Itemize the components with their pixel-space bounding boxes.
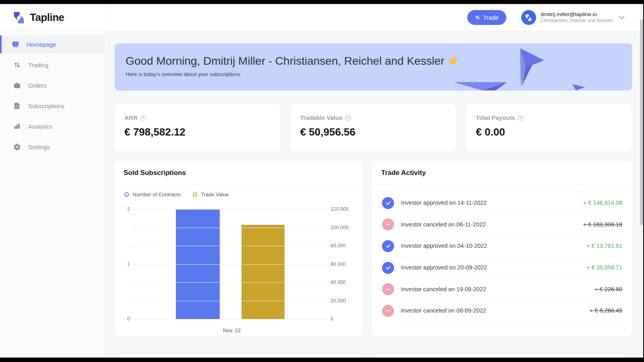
stat-value: € 0.00 <box>476 126 622 138</box>
help-icon[interactable]: ? <box>345 115 351 121</box>
divider <box>115 185 363 185</box>
sidebar: Homepage Trading Orders <box>0 31 105 358</box>
sidebar-item-subscriptions[interactable]: Subscriptions <box>0 97 104 115</box>
status-approved-icon <box>382 197 394 209</box>
logo-text: Tapline <box>30 11 64 24</box>
next-cards-row <box>115 355 632 358</box>
sidebar-item-label: Subscriptions <box>28 103 64 109</box>
help-icon[interactable]: ? <box>518 115 524 121</box>
logo: Tapline <box>0 4 105 31</box>
chart-title: Sold Subscriptions <box>124 169 186 177</box>
help-icon[interactable]: ? <box>140 115 146 121</box>
greeting-title: Good Morning, Dmitrij Miller - Christian… <box>126 55 632 68</box>
partial-card <box>115 355 363 358</box>
document-icon <box>13 102 21 110</box>
scrollbar-thumb[interactable] <box>640 19 643 225</box>
up-down-arrows-icon <box>13 61 21 69</box>
activity-amount: + € 148,614.08 <box>583 200 622 206</box>
stat-value: € 798,582.12 <box>124 126 271 138</box>
divider <box>372 185 632 185</box>
activity-title: Trade Activity <box>381 169 426 177</box>
legend-item-contracts[interactable]: Number of Contracts <box>124 191 181 197</box>
status-approved-icon <box>382 240 394 252</box>
top-bar: Tapline Trade dmitrij.miller@tapline.io … <box>0 4 643 31</box>
partial-card <box>372 355 632 358</box>
activity-row: Investor approved on 20-09-2022 + € 35,0… <box>382 257 622 279</box>
stat-card-arr: ARR ? € 798,582.12 <box>115 103 281 152</box>
legend-label: Number of Contracts <box>132 191 181 197</box>
sidebar-item-label: Trading <box>28 62 48 68</box>
sidebar-item-label: Orders <box>28 82 47 89</box>
trade-button[interactable]: Trade <box>467 10 506 25</box>
bar-chart-icon <box>13 122 21 130</box>
x-axis-label: Nov. 22 <box>135 327 329 333</box>
activity-label: Investor approved on 04-10-2022 <box>401 243 487 249</box>
gear-icon <box>13 143 21 151</box>
sidebar-item-homepage[interactable]: Homepage <box>0 35 104 53</box>
main-content: Good Morning, Dmitrij Miller - Christian… <box>105 31 640 358</box>
app-frame: Tapline Trade dmitrij.miller@tapline.io … <box>0 4 643 358</box>
activity-amount: + € 13,761.61 <box>586 243 622 249</box>
activity-label: Investor canceled on 08-09-2022 <box>401 307 486 314</box>
stat-label: ARR <box>124 114 138 121</box>
tapline-logo-icon <box>12 11 26 25</box>
stat-card-tradable-value: Tradable Value ? € 50,956.56 <box>291 103 456 152</box>
banner-subtitle: Here is today's overview about your subs… <box>126 71 632 77</box>
activity-row: Investor approved on 04-10-2022 + € 13,7… <box>382 235 622 257</box>
scrollbar-track <box>640 4 643 358</box>
plot-wrapper: Nov. 22 120.000100.00080.00060.00040.000… <box>123 206 355 331</box>
activity-row: Investor canceled on 08-09-2022 + € 8,26… <box>382 300 622 322</box>
sidebar-item-settings[interactable]: Settings <box>0 138 104 156</box>
activity-row: Investor approved on 14-11-2022 + € 148,… <box>382 192 622 214</box>
user-menu[interactable]: dmitrij.miller@tapline.io Christiansen, … <box>541 11 613 24</box>
trade-arrows-icon <box>475 15 480 20</box>
greeting-text: Good Morning, Dmitrij Miller - Christian… <box>126 55 444 68</box>
activity-label: Investor approved on 20-09-2022 <box>401 264 487 271</box>
avatar[interactable] <box>521 10 536 25</box>
chart-legend: Number of Contracts Trade Value <box>124 191 229 197</box>
activity-label: Investor canceled on 06-11-2022 <box>401 221 486 228</box>
stat-value: € 50,956.56 <box>300 126 447 138</box>
status-canceled-icon <box>382 305 394 317</box>
user-email: dmitrij.miller@tapline.io <box>541 11 613 18</box>
activity-row: Investor canceled on 19-09-2022 + € 226.… <box>382 278 622 300</box>
sidebar-item-trading[interactable]: Trading <box>0 56 104 74</box>
trade-button-label: Trade <box>483 14 499 21</box>
stat-card-total-payouts: Total Payouts ? € 0.00 <box>466 103 632 152</box>
sidebar-item-analytics[interactable]: Analytics <box>0 117 104 135</box>
sidebar-item-orders[interactable]: Orders <box>0 76 104 94</box>
user-company: Christiansen, Reichel and Kessler <box>541 18 613 24</box>
sidebar-item-label: Analytics <box>28 123 52 130</box>
header-divider <box>514 12 514 23</box>
presentation-board-icon <box>11 40 19 48</box>
header-actions: Trade dmitrij.miller@tapline.io Christia… <box>467 10 643 25</box>
legend-swatch-gold <box>193 192 197 197</box>
status-canceled-icon <box>382 283 394 295</box>
sidebar-item-label: Homepage <box>27 41 56 48</box>
legend-label: Trade Value <box>201 191 229 197</box>
status-approved-icon <box>382 262 394 274</box>
legend-swatch-blue <box>124 192 129 197</box>
chevron-down-icon[interactable] <box>619 16 625 19</box>
briefcase-icon <box>13 81 21 89</box>
avatar-logo-icon <box>524 14 533 22</box>
activity-row: Investor canceled on 06-11-2022 + € 183,… <box>382 214 622 236</box>
plot-area: Nov. 22 120.000100.00080.00060.00040.000… <box>135 209 329 319</box>
welcome-banner: Good Morning, Dmitrij Miller - Christian… <box>115 43 632 90</box>
status-canceled-icon <box>382 218 394 230</box>
stats-row: ARR ? € 798,582.12 Tradable Value ? € 50… <box>115 103 632 152</box>
bar-trade-value[interactable] <box>242 225 285 319</box>
activity-amount: + € 226.80 <box>594 286 622 292</box>
wave-emoji-icon <box>448 56 459 66</box>
activity-amount: + € 183,908.18 <box>583 221 622 228</box>
legend-item-trade-value[interactable]: Trade Value <box>193 191 229 197</box>
activity-amount: + € 35,058.71 <box>586 264 622 271</box>
sold-subscriptions-card: Sold Subscriptions Number of Contracts T… <box>115 161 363 337</box>
activity-list: Investor approved on 14-11-2022 + € 148,… <box>382 192 622 322</box>
trade-activity-card: Trade Activity Investor approved on 14-1… <box>372 161 632 337</box>
activity-amount: + € 8,266.45 <box>590 307 622 314</box>
stat-label: Total Payouts <box>476 114 515 121</box>
sidebar-item-label: Settings <box>28 144 50 150</box>
activity-label: Investor canceled on 19-09-2022 <box>401 286 486 292</box>
stat-label: Tradable Value <box>300 114 343 121</box>
